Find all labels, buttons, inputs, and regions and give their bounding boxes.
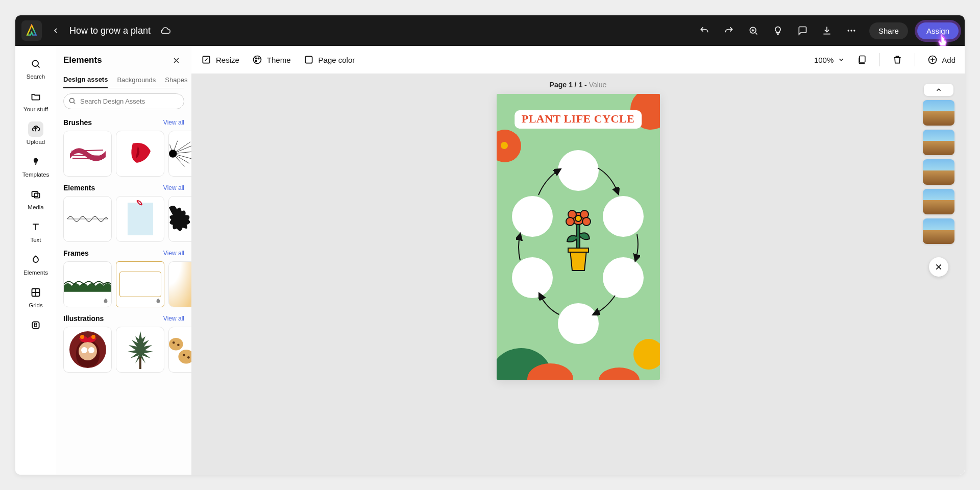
svg-point-3 — [853, 30, 855, 31]
svg-point-23 — [187, 356, 190, 359]
svg-rect-38 — [577, 225, 580, 250]
rail-your-stuff[interactable]: Your stuff — [15, 86, 56, 115]
rail-label: Media — [28, 204, 43, 210]
rail-search[interactable]: Search — [15, 53, 56, 83]
canvas-artboard[interactable]: Plant Life Cycle — [497, 94, 660, 380]
tab-backgrounds[interactable]: Backgrounds — [117, 73, 156, 88]
filmstrip-close-button[interactable] — [929, 257, 948, 277]
section-elements-title: Elements — [63, 184, 95, 192]
element-thumb[interactable] — [63, 196, 112, 242]
rail-label: Text — [30, 237, 41, 243]
svg-point-37 — [575, 215, 581, 222]
frame-thumb[interactable] — [116, 261, 164, 307]
brush-thumb[interactable] — [168, 131, 191, 177]
svg-point-26 — [255, 58, 257, 59]
svg-rect-17 — [139, 357, 141, 369]
rail-label: Search — [27, 74, 45, 80]
svg-rect-39 — [568, 248, 589, 252]
rail-label: Grids — [29, 302, 42, 308]
rail-upload[interactable]: Upload — [15, 118, 56, 148]
page-indicator: Page 1 / 1 - Value — [550, 81, 607, 89]
assign-button[interactable]: Assign — [917, 22, 959, 39]
rail-label: Templates — [22, 172, 49, 178]
svg-point-18 — [169, 338, 183, 351]
rail-brands[interactable] — [15, 314, 56, 336]
svg-point-36 — [582, 217, 591, 226]
frames-view-all[interactable]: View all — [163, 250, 184, 257]
comment-icon[interactable] — [793, 21, 812, 40]
search-design-assets-input[interactable] — [63, 93, 184, 109]
panel-title: Elements — [63, 55, 102, 65]
page-thumbnail[interactable] — [923, 159, 954, 185]
rail-templates[interactable]: Templates — [15, 151, 56, 181]
delete-button[interactable] — [892, 55, 902, 65]
tips-icon[interactable] — [768, 21, 788, 40]
svg-rect-29 — [305, 56, 312, 63]
element-thumb[interactable] — [168, 196, 191, 242]
back-button[interactable] — [47, 22, 64, 39]
resize-tool[interactable]: Resize — [201, 54, 239, 65]
page-thumbnail[interactable] — [923, 189, 954, 214]
brush-thumb[interactable] — [116, 131, 164, 177]
rail-label: Elements — [23, 270, 48, 276]
brush-thumb[interactable] — [63, 131, 112, 177]
svg-point-1 — [847, 30, 849, 31]
add-page-button[interactable]: Add — [927, 55, 955, 65]
flower-illustration — [563, 208, 594, 275]
brushes-view-all[interactable]: View all — [163, 119, 184, 126]
separator — [879, 53, 880, 66]
section-frames-title: Frames — [63, 249, 89, 257]
search-icon — [68, 97, 76, 105]
section-illustrations-title: Illustrations — [63, 314, 104, 323]
svg-point-2 — [850, 30, 852, 31]
zoom-dropdown[interactable]: 100% — [814, 56, 845, 64]
rail-text[interactable]: Text — [15, 216, 56, 246]
frame-thumb[interactable] — [63, 261, 112, 307]
rail-label: Upload — [27, 139, 45, 145]
share-button[interactable]: Share — [869, 22, 908, 39]
tab-shapes[interactable]: Shapes — [165, 73, 187, 88]
section-brushes-title: Brushes — [63, 118, 92, 127]
svg-point-4 — [32, 60, 38, 66]
app-logo[interactable] — [21, 20, 42, 41]
tab-design-assets[interactable]: Design assets — [63, 72, 108, 88]
page-thumbnail[interactable] — [923, 218, 954, 244]
undo-button[interactable] — [695, 21, 714, 40]
svg-rect-6 — [35, 193, 40, 198]
rail-elements[interactable]: Elements — [15, 249, 56, 279]
page-thumbnail[interactable] — [923, 100, 954, 126]
illustration-thumb[interactable] — [116, 327, 164, 373]
theme-tool[interactable]: Theme — [252, 54, 291, 65]
download-icon[interactable] — [817, 21, 837, 40]
illustrations-view-all[interactable]: View all — [163, 315, 184, 322]
filmstrip-collapse-button[interactable] — [924, 84, 953, 96]
more-icon[interactable] — [842, 21, 861, 40]
svg-point-15 — [80, 335, 84, 339]
svg-point-21 — [178, 350, 191, 364]
svg-point-20 — [177, 344, 180, 347]
cloud-sync-icon — [160, 25, 171, 36]
svg-point-22 — [183, 354, 185, 356]
svg-point-35 — [566, 217, 574, 226]
separator — [915, 53, 915, 66]
svg-point-28 — [255, 60, 257, 62]
magic-icon[interactable] — [744, 21, 763, 40]
elements-view-all[interactable]: View all — [163, 184, 184, 191]
illustration-thumb[interactable] — [168, 327, 191, 373]
rail-grids[interactable]: Grids — [15, 282, 56, 311]
rail-media[interactable]: Media — [15, 184, 56, 213]
element-thumb[interactable] — [116, 196, 164, 242]
svg-point-10 — [169, 150, 177, 157]
page-color-tool[interactable]: Page color — [303, 54, 355, 65]
svg-rect-30 — [860, 56, 865, 63]
illustration-thumb[interactable] — [63, 327, 112, 373]
svg-point-19 — [173, 341, 175, 344]
svg-point-9 — [70, 99, 75, 103]
frame-thumb[interactable] — [168, 261, 191, 307]
page-thumbnail[interactable] — [923, 130, 954, 155]
document-title[interactable]: How to grow a plant — [69, 26, 151, 36]
close-panel-button[interactable] — [169, 53, 183, 67]
redo-button[interactable] — [719, 21, 739, 40]
pages-view-button[interactable] — [857, 55, 867, 65]
svg-point-27 — [258, 58, 259, 59]
